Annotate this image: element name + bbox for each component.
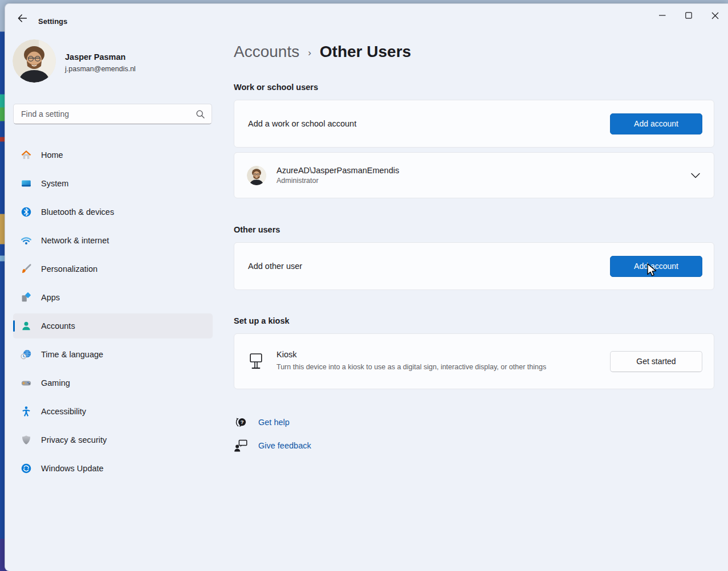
minimize-icon: [659, 12, 666, 19]
add-work-school-account-row: Add a work or school account Add account: [234, 100, 714, 148]
account-text: AzureAD\JasperPasmanEmendis Administrato…: [276, 166, 399, 185]
add-work-account-button[interactable]: Add account: [610, 113, 702, 134]
add-other-user-label: Add other user: [248, 262, 302, 271]
kiosk-text: Kiosk Turn this device into a kiosk to u…: [276, 350, 607, 373]
titlebar: Settings: [5, 4, 728, 29]
apps-icon: [21, 292, 32, 303]
sidebar-item-network[interactable]: Network & internet: [13, 228, 213, 253]
time-language-icon: [21, 349, 32, 360]
sidebar-item-label: Privacy & security: [41, 435, 107, 444]
sidebar-item-label: Home: [41, 150, 63, 160]
sidebar-item-privacy[interactable]: Privacy & security: [13, 427, 213, 452]
sidebar-item-home[interactable]: Home: [13, 142, 213, 168]
search-input[interactable]: [14, 109, 196, 119]
sidebar-item-personalization[interactable]: Personalization: [13, 256, 213, 282]
sidebar-item-windows-update[interactable]: Windows Update: [13, 456, 213, 481]
sidebar-nav: Home System Bluetooth & devices: [13, 142, 213, 484]
settings-window: Settings Jasper Pasman j.pasman@emendis.…: [5, 3, 728, 571]
maximize-button[interactable]: [676, 4, 702, 27]
add-other-user-row: Add other user Add account: [234, 242, 714, 290]
home-icon: [21, 149, 32, 161]
window-controls: [649, 4, 728, 27]
sidebar-item-label: Apps: [41, 293, 60, 302]
search-icon: [196, 110, 205, 119]
azuread-account-row[interactable]: AzureAD\JasperPasmanEmendis Administrato…: [234, 152, 714, 198]
add-other-account-button[interactable]: Add account: [610, 256, 702, 277]
sidebar-item-time-language[interactable]: Time & language: [13, 342, 213, 367]
back-button[interactable]: [13, 11, 31, 25]
sidebar-item-label: Bluetooth & devices: [41, 207, 114, 217]
sidebar-item-bluetooth[interactable]: Bluetooth & devices: [13, 199, 213, 225]
breadcrumb: Accounts › Other Users: [234, 43, 411, 61]
get-help-row: ? Get help: [234, 415, 290, 430]
svg-text:?: ?: [241, 419, 244, 425]
sidebar-item-label: Time & language: [41, 350, 103, 359]
search-box[interactable]: [13, 104, 212, 124]
breadcrumb-separator-icon: ›: [308, 47, 311, 59]
sidebar-item-accounts[interactable]: Accounts: [13, 313, 213, 338]
app-title: Settings: [38, 17, 67, 26]
sidebar-item-system[interactable]: System: [13, 171, 213, 196]
gaming-icon: [21, 377, 32, 389]
sidebar-item-label: Gaming: [41, 378, 70, 388]
maximize-icon: [685, 12, 692, 19]
user-avatar[interactable]: [13, 39, 56, 83]
back-arrow-icon: [18, 14, 27, 22]
give-feedback-link[interactable]: Give feedback: [258, 441, 311, 450]
kiosk-icon: [249, 352, 263, 370]
add-work-school-account-label: Add a work or school account: [248, 119, 356, 128]
sidebar-item-label: Accessibility: [41, 407, 86, 416]
network-icon: [21, 235, 32, 246]
sidebar-item-label: Personalization: [41, 264, 97, 274]
system-icon: [21, 178, 32, 189]
privacy-icon: [21, 434, 32, 446]
account-name: AzureAD\JasperPasmanEmendis: [276, 166, 399, 175]
sidebar-item-gaming[interactable]: Gaming: [13, 370, 213, 395]
profile-email: j.pasman@emendis.nl: [65, 65, 136, 73]
close-button[interactable]: [702, 4, 728, 27]
give-feedback-icon: [234, 438, 249, 453]
get-started-button[interactable]: Get started: [610, 351, 702, 372]
get-help-icon: ?: [234, 415, 249, 430]
breadcrumb-accounts[interactable]: Accounts: [234, 43, 299, 61]
work-school-users-header: Work or school users: [234, 83, 318, 92]
give-feedback-row: Give feedback: [234, 438, 311, 453]
account-avatar: [247, 166, 266, 185]
sidebar-item-accessibility[interactable]: Accessibility: [13, 399, 213, 424]
kiosk-row: Kiosk Turn this device into a kiosk to u…: [234, 333, 714, 389]
other-users-header: Other users: [234, 225, 280, 234]
kiosk-title: Kiosk: [276, 350, 607, 359]
kiosk-description: Turn this device into a kiosk to use as …: [276, 362, 607, 373]
chevron-down-icon[interactable]: [691, 173, 700, 178]
minimize-button[interactable]: [649, 4, 676, 27]
sidebar-item-apps[interactable]: Apps: [13, 285, 213, 310]
kiosk-section-header: Set up a kiosk: [234, 316, 290, 325]
get-help-link[interactable]: Get help: [258, 418, 290, 427]
close-icon: [711, 12, 719, 19]
sidebar-item-label: Accounts: [41, 321, 75, 331]
accounts-icon: [21, 320, 32, 332]
profile-name: Jasper Pasman: [65, 52, 125, 62]
sidebar-item-label: Windows Update: [41, 464, 104, 473]
sidebar-item-label: Network & internet: [41, 236, 109, 245]
accessibility-icon: [21, 406, 32, 417]
personalization-icon: [21, 263, 32, 275]
windows-update-icon: [21, 463, 32, 474]
page-title: Other Users: [320, 43, 411, 61]
sidebar-item-label: System: [41, 179, 68, 188]
bluetooth-icon: [21, 206, 32, 218]
account-role: Administrator: [276, 177, 399, 185]
